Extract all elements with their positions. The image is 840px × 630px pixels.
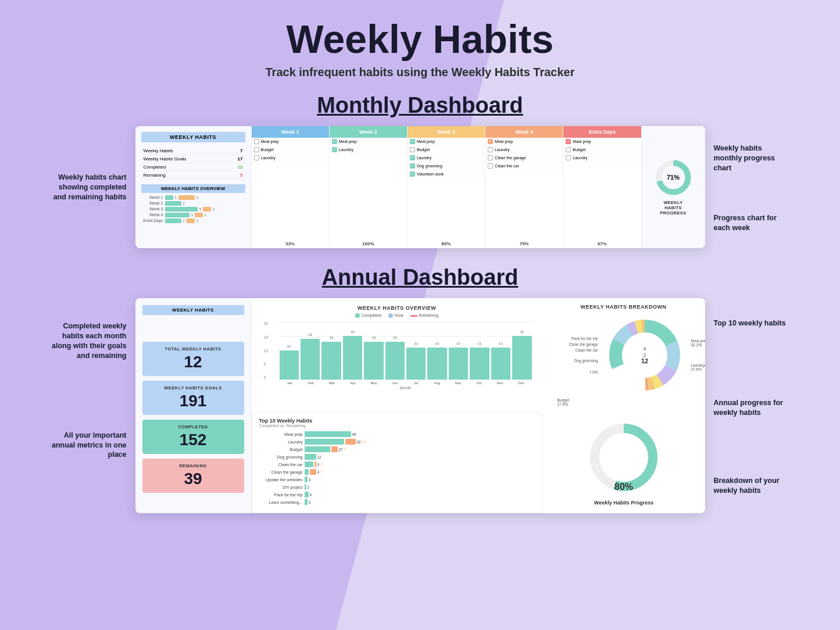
annual-bar-chart: WEEKLY HABITS OVERVIEW Completed Goal Re… xyxy=(252,298,542,412)
habit-checkbox xyxy=(254,147,259,152)
metric-label: TOTAL WEEKLY HABITS xyxy=(145,346,242,352)
top10-bars: 4 7 xyxy=(305,469,535,475)
stat-value-goals: 17 xyxy=(238,156,243,162)
legend-completed: Completed xyxy=(355,313,381,318)
breakdown-label: Clean the car xyxy=(552,348,598,352)
top10-num-rem: 11 xyxy=(362,440,366,444)
bar-orange xyxy=(178,195,195,200)
top10-num: 42 xyxy=(357,440,361,444)
top10-label: Meal prep xyxy=(259,432,303,436)
annual-ann-right-2: Annual progress forweekly habits xyxy=(714,398,783,418)
metric-label: REMAINING xyxy=(145,463,242,468)
habit-row: ✓ Volunteer work xyxy=(408,170,485,178)
week3-progress: 80% xyxy=(408,239,485,248)
monthly-stats-panel: WEEKLY HABITS Weekly Habits 7 Weekly Hab… xyxy=(135,126,252,248)
habit-checkbox xyxy=(410,147,415,152)
metric-value-remaining: 39 xyxy=(145,470,242,488)
habit-row: Budget xyxy=(252,146,329,154)
completed-bar xyxy=(305,454,316,460)
annual-annotations-right: Top 10 weekly habits Annual progress for… xyxy=(705,298,821,518)
monthly-ann-right-2: Progress chart foreach week xyxy=(714,213,777,233)
habit-checkbox: ✓ xyxy=(488,139,493,144)
stat-value-habits: 7 xyxy=(240,148,242,153)
annual-ann-right-1: Top 10 weekly habits xyxy=(714,318,786,328)
week4-progress: 75% xyxy=(485,239,563,248)
habit-label: Meal prep xyxy=(573,139,591,144)
week-col-2: Week 2 ✓ Meal prep ✓ Laundry 100% xyxy=(330,126,408,248)
metric-value-total: 12 xyxy=(145,353,242,371)
metric-label: COMPLETED xyxy=(145,424,242,429)
annual-annotations-left: Completed weeklyhabits each monthalong w… xyxy=(19,298,135,483)
completed-bar xyxy=(305,439,344,445)
completed-bar xyxy=(305,499,308,505)
annual-breakdown: WEEKLY HABITS BREAKDOWN Pack for the tri… xyxy=(542,298,705,412)
monthly-progress-panel: 71% WEEKLYHABITSPROGRESS xyxy=(641,126,705,248)
week2-progress: 100% xyxy=(330,239,407,248)
annual-progress-label: Weekly Habits Progress xyxy=(594,500,653,506)
habit-checkbox xyxy=(254,139,259,144)
top10-row-mealprrep: Meal prep 49 xyxy=(259,431,535,437)
habit-label: Meal prep xyxy=(417,139,435,144)
legend-goal: Goal xyxy=(388,313,403,318)
top10-label: Pack for the trip xyxy=(259,493,303,497)
habit-checkbox xyxy=(488,155,493,160)
habit-row: Clean the garage xyxy=(485,154,563,162)
metric-goals: WEEKLY HABITS GOALS 191 xyxy=(142,381,244,415)
week2-header: Week 2 xyxy=(330,126,407,138)
habit-label: Laundry xyxy=(495,148,509,152)
habit-row: Meal prep xyxy=(252,138,329,146)
stat-label: Completed xyxy=(144,164,166,170)
top10-row-budget: Budget 27 7 xyxy=(259,446,535,452)
top10-num: 2 xyxy=(308,485,310,489)
bar-row-w1: Week 1 1 2 xyxy=(141,195,245,200)
bar-row-w4: Week 4 3 1 xyxy=(141,213,245,217)
habit-row: Budget xyxy=(408,146,485,154)
annual-left-panel: WEEKLY HABITS TOTAL WEEKLY HABITS 12 WEE… xyxy=(135,298,252,513)
top10-num: 27 xyxy=(339,448,343,452)
stat-label: Weekly Habits Goals xyxy=(144,156,187,162)
top10-row-update: Update the websites 3 xyxy=(259,477,535,482)
top10-num: 9 xyxy=(317,463,320,467)
remaining-bar xyxy=(314,461,316,467)
svg-text:4: 4 xyxy=(643,346,646,352)
stat-value-completed: 12 xyxy=(238,164,243,170)
habit-checkbox: ✓ xyxy=(566,139,571,144)
metric-value-goals: 191 xyxy=(145,392,242,410)
bar-green xyxy=(165,195,173,200)
week-col-1: Week 1 Meal prep Budget La xyxy=(252,126,330,248)
top10-row-laundry: Laundry 42 11 xyxy=(259,439,535,445)
bar-green xyxy=(165,219,181,223)
monthly-progress-label: WEEKLYHABITSPROGRESS xyxy=(660,200,687,216)
habit-row: ✓ Laundry xyxy=(408,154,485,162)
week-col-extra: Extra Days ✓ Meal prep Budget xyxy=(563,126,641,248)
habit-label: Laundry xyxy=(573,156,587,160)
bar-row-w3: Week 3 4 1 xyxy=(141,207,245,212)
monthly-weeks: Week 1 Meal prep Budget La xyxy=(252,126,641,248)
stat-row-goals: Weekly Habits Goals 17 xyxy=(141,155,245,163)
habit-row: ✓ Laundry xyxy=(330,146,407,154)
top10-num: 3 xyxy=(309,478,311,482)
annual-ann-left-2: All your importantannual metrics in onep… xyxy=(52,431,127,460)
habit-checkbox xyxy=(488,147,493,152)
week1-progress: 33% xyxy=(252,239,329,248)
monthly-dashboard: WEEKLY HABITS Weekly Habits 7 Weekly Hab… xyxy=(135,126,705,248)
top10-num: 4 xyxy=(317,470,320,474)
metric-completed: COMPLETED 152 xyxy=(142,420,244,454)
top10-label: Learn something... xyxy=(259,500,303,504)
top10-row-learn: Learn something... 3 xyxy=(259,499,535,505)
top10-title: Top 10 Weekly Habits xyxy=(259,418,535,424)
annual-section-title: Annual Dashboard xyxy=(322,265,519,290)
monthly-annotations-right: Weekly habitsmonthly progresschart Progr… xyxy=(705,126,821,256)
habit-row: Budget xyxy=(563,146,641,154)
breakdown-label-right: Laundry27.6% xyxy=(691,363,705,371)
stat-label: Weekly Habits xyxy=(144,148,173,153)
top10-bars: 3 xyxy=(305,477,535,482)
habit-checkbox: ✓ xyxy=(410,163,415,169)
top10-bars: 3 xyxy=(305,499,535,505)
annual-card: WEEKLY HABITS TOTAL WEEKLY HABITS 12 WEE… xyxy=(135,298,705,513)
habit-row: Laundry xyxy=(252,154,329,162)
habit-row: Clean the car xyxy=(485,162,563,170)
top10-label: Dog grooming xyxy=(259,455,303,459)
legend-remaining: Remaining xyxy=(410,313,438,318)
habit-checkbox xyxy=(488,163,493,169)
